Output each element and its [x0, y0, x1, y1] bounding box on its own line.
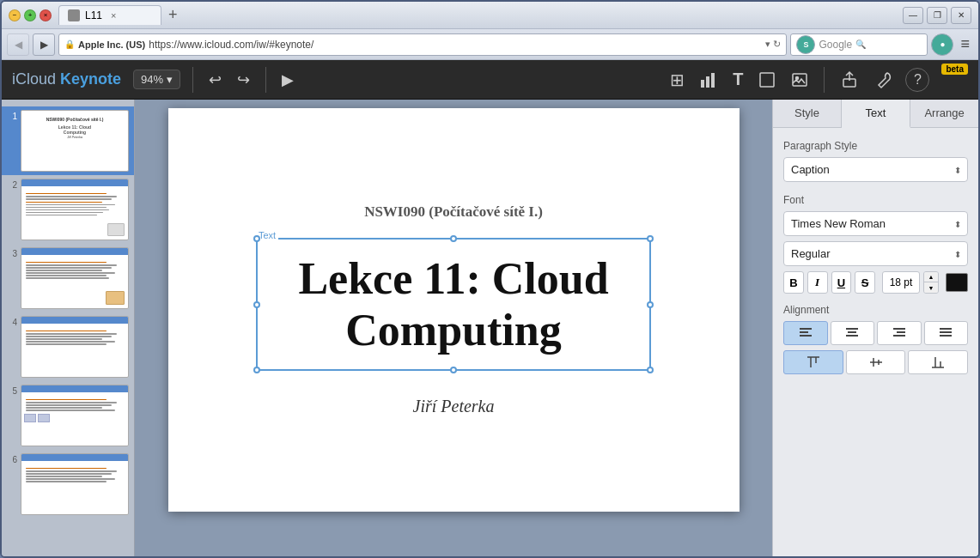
chart-button[interactable]: [697, 68, 721, 92]
strikethrough-button[interactable]: S: [855, 271, 875, 294]
minimize-button[interactable]: −: [9, 9, 21, 21]
undo-button[interactable]: ↩: [205, 67, 225, 93]
tab-style[interactable]: Style: [773, 100, 842, 127]
font-color-swatch[interactable]: [946, 273, 968, 292]
underline-button[interactable]: U: [831, 271, 852, 294]
text-button[interactable]: T: [729, 66, 746, 93]
font-size-spinner: ▲ ▼: [923, 271, 939, 294]
share-button[interactable]: [837, 67, 862, 93]
tab-close-button[interactable]: ×: [111, 10, 116, 21]
dropdown-icon: ▾: [765, 39, 770, 50]
image-button[interactable]: [788, 68, 812, 92]
browser-menu-button[interactable]: ≡: [957, 35, 973, 53]
zoom-arrow-icon: ▾: [167, 73, 173, 86]
maximize-button[interactable]: +: [24, 9, 36, 21]
right-panel: Style Text Arrange Paragraph Style Capti…: [772, 100, 978, 556]
address-bar: ◀ ▶ 🔒 Apple Inc. (US) https://www.icloud…: [2, 29, 978, 60]
handle-tl: [253, 235, 260, 242]
chrome-minimize-button[interactable]: —: [903, 7, 923, 24]
slide-item-5[interactable]: 5: [2, 381, 134, 450]
font-style-select[interactable]: Regular Bold Italic Bold Italic: [783, 241, 968, 266]
slide-title-box[interactable]: Lekce 11: Cloud Computing: [256, 238, 651, 372]
wrench-button[interactable]: [871, 67, 897, 93]
svg-rect-10: [846, 328, 858, 330]
table-button[interactable]: ⊞: [667, 66, 688, 94]
font-size-input[interactable]: [882, 271, 920, 294]
font-size-up-button[interactable]: ▲: [924, 272, 938, 282]
zoom-selector[interactable]: 94% ▾: [133, 70, 180, 89]
align-left-button[interactable]: [783, 321, 828, 345]
slide-item-2[interactable]: 2: [2, 175, 134, 244]
svg-rect-0: [701, 80, 704, 88]
valign-top-button[interactable]: [783, 350, 843, 374]
svg-rect-7: [800, 328, 812, 330]
svg-rect-14: [897, 331, 905, 333]
tab-favicon: [68, 9, 80, 21]
slide-number-6: 6: [7, 455, 17, 464]
handle-mr: [647, 301, 654, 308]
paragraph-style-label: Paragraph Style: [783, 140, 968, 152]
main-area: 1 NSWI090 (Počítačové sítě I.) Lekce 11:…: [2, 100, 978, 556]
address-bar-input[interactable]: 🔒 Apple Inc. (US) https://www.icloud.com…: [58, 33, 787, 56]
chrome-restore-button[interactable]: ❐: [927, 7, 947, 24]
keynote-brand-text: Keynote: [60, 70, 121, 88]
handle-tm: [450, 235, 457, 242]
align-justify-button[interactable]: [924, 321, 969, 345]
font-format-row: B I U S ▲ ▼: [783, 271, 968, 294]
svg-rect-8: [800, 331, 808, 333]
ssl-icon: 🔒: [64, 39, 75, 49]
slide-item-1[interactable]: 1 NSWI090 (Počítačové sítě I.) Lekce 11:…: [2, 106, 134, 175]
close-button[interactable]: ×: [40, 9, 52, 21]
tab-label: L11: [85, 9, 102, 21]
align-center-button[interactable]: [831, 321, 875, 345]
forward-button[interactable]: ▶: [33, 33, 55, 56]
font-size-down-button[interactable]: ▼: [924, 282, 938, 293]
ssl-label: Apple Inc. (US): [78, 39, 145, 50]
font-name-select[interactable]: Times New Roman Arial Helvetica: [783, 211, 968, 236]
win-chrome-controls: — ❐ ✕: [903, 7, 971, 24]
slide-number-4: 4: [7, 318, 17, 327]
shape-button[interactable]: [755, 68, 779, 92]
alignment-label: Alignment: [783, 304, 968, 316]
slide-item-3[interactable]: 3: [2, 244, 134, 312]
slide-thumb-4: [21, 316, 129, 378]
slide-thumb-5: [21, 385, 129, 446]
align-right-button[interactable]: [877, 321, 922, 345]
slide-item-6[interactable]: 6: [2, 450, 134, 519]
slide-author: Jiří Peterka: [413, 397, 495, 416]
paragraph-style-wrap: Caption Body Title Heading ⬍: [783, 157, 968, 182]
valign-middle-button[interactable]: [846, 350, 906, 374]
address-icons: ▾ ↻: [765, 39, 781, 50]
paragraph-style-select[interactable]: Caption Body Title Heading: [783, 157, 968, 182]
help-button[interactable]: ?: [905, 68, 929, 92]
svg-rect-12: [846, 335, 858, 337]
panel-content: Paragraph Style Caption Body Title Headi…: [773, 128, 978, 556]
vertical-alignment-row: [783, 350, 968, 374]
search-placeholder: Google: [819, 39, 852, 51]
search-bar[interactable]: S Google 🔍: [790, 33, 928, 56]
slide-number-1: 1: [7, 112, 17, 121]
tab-arrange[interactable]: Arrange: [910, 100, 978, 127]
svg-rect-18: [940, 335, 952, 337]
svg-rect-9: [800, 335, 812, 337]
back-button[interactable]: ◀: [7, 33, 29, 56]
italic-button[interactable]: I: [807, 271, 828, 294]
redo-button[interactable]: ↪: [234, 67, 253, 93]
font-name-wrap: Times New Roman Arial Helvetica ⬍: [783, 211, 968, 236]
title-bar: − + × L11 × + — ❐ ✕: [2, 2, 978, 29]
slide-item-4[interactable]: 4: [2, 312, 134, 381]
handle-bl: [253, 367, 260, 373]
bold-button[interactable]: B: [783, 271, 804, 294]
slide-number-5: 5: [7, 386, 17, 396]
slide-thumb-6: [21, 453, 129, 515]
svg-rect-17: [940, 331, 952, 333]
browser-tab[interactable]: L11 ×: [58, 5, 161, 25]
toolbar-separator-2: [265, 67, 266, 93]
refresh-icon[interactable]: ↻: [773, 39, 781, 50]
new-tab-button[interactable]: +: [165, 6, 181, 24]
tab-text[interactable]: Text: [842, 100, 910, 128]
valign-bottom-button[interactable]: [908, 350, 968, 374]
play-button[interactable]: ▶: [278, 67, 297, 93]
addon-icon[interactable]: ●: [931, 33, 953, 56]
chrome-close-button[interactable]: ✕: [951, 7, 971, 24]
